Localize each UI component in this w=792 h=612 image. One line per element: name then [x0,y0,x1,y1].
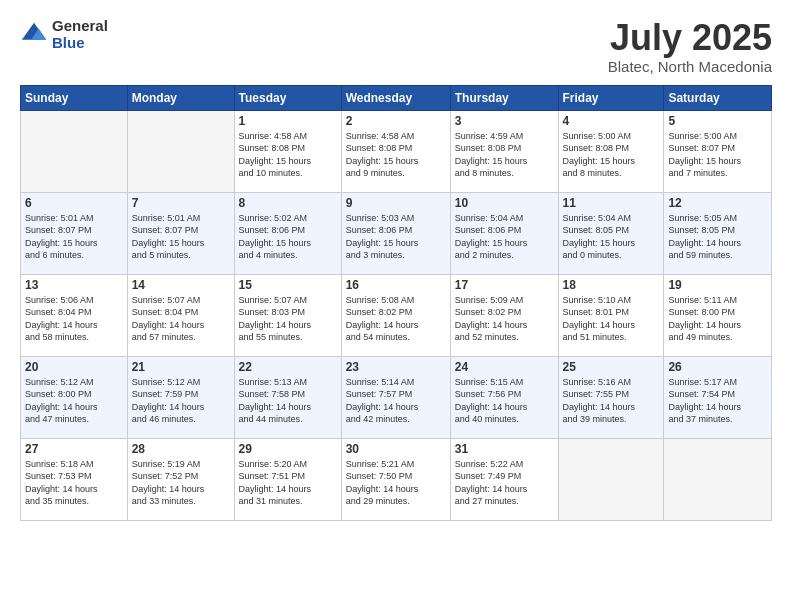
calendar-cell: 11Sunrise: 5:04 AMSunset: 8:05 PMDayligh… [558,192,664,274]
day-info: Sunrise: 5:02 AMSunset: 8:06 PMDaylight:… [239,212,337,262]
week-row-1: 1Sunrise: 4:58 AMSunset: 8:08 PMDaylight… [21,110,772,192]
day-info: Sunrise: 5:15 AMSunset: 7:56 PMDaylight:… [455,376,554,426]
calendar-cell: 14Sunrise: 5:07 AMSunset: 8:04 PMDayligh… [127,274,234,356]
day-number: 18 [563,278,660,292]
header: General Blue July 2025 Blatec, North Mac… [20,18,772,75]
weekday-header-sunday: Sunday [21,85,128,110]
calendar-cell: 7Sunrise: 5:01 AMSunset: 8:07 PMDaylight… [127,192,234,274]
day-info: Sunrise: 5:07 AMSunset: 8:04 PMDaylight:… [132,294,230,344]
day-info: Sunrise: 5:01 AMSunset: 8:07 PMDaylight:… [25,212,123,262]
week-row-3: 13Sunrise: 5:06 AMSunset: 8:04 PMDayligh… [21,274,772,356]
logo-general-text: General [52,18,108,35]
calendar-cell: 19Sunrise: 5:11 AMSunset: 8:00 PMDayligh… [664,274,772,356]
day-number: 3 [455,114,554,128]
day-number: 25 [563,360,660,374]
calendar-cell: 18Sunrise: 5:10 AMSunset: 8:01 PMDayligh… [558,274,664,356]
page: General Blue July 2025 Blatec, North Mac… [0,0,792,612]
calendar-cell [558,438,664,520]
day-info: Sunrise: 4:58 AMSunset: 8:08 PMDaylight:… [346,130,446,180]
logo-blue-text: Blue [52,35,108,52]
day-number: 23 [346,360,446,374]
weekday-header-row: SundayMondayTuesdayWednesdayThursdayFrid… [21,85,772,110]
day-info: Sunrise: 5:09 AMSunset: 8:02 PMDaylight:… [455,294,554,344]
day-number: 16 [346,278,446,292]
day-info: Sunrise: 5:04 AMSunset: 8:06 PMDaylight:… [455,212,554,262]
calendar-cell: 25Sunrise: 5:16 AMSunset: 7:55 PMDayligh… [558,356,664,438]
day-info: Sunrise: 5:11 AMSunset: 8:00 PMDaylight:… [668,294,767,344]
calendar-cell: 29Sunrise: 5:20 AMSunset: 7:51 PMDayligh… [234,438,341,520]
calendar-cell: 4Sunrise: 5:00 AMSunset: 8:08 PMDaylight… [558,110,664,192]
calendar-cell [127,110,234,192]
day-number: 12 [668,196,767,210]
day-info: Sunrise: 5:13 AMSunset: 7:58 PMDaylight:… [239,376,337,426]
day-info: Sunrise: 5:12 AMSunset: 7:59 PMDaylight:… [132,376,230,426]
calendar-cell [21,110,128,192]
calendar-cell: 5Sunrise: 5:00 AMSunset: 8:07 PMDaylight… [664,110,772,192]
day-number: 2 [346,114,446,128]
calendar-cell: 17Sunrise: 5:09 AMSunset: 8:02 PMDayligh… [450,274,558,356]
day-info: Sunrise: 5:01 AMSunset: 8:07 PMDaylight:… [132,212,230,262]
weekday-header-saturday: Saturday [664,85,772,110]
calendar-cell: 31Sunrise: 5:22 AMSunset: 7:49 PMDayligh… [450,438,558,520]
day-number: 21 [132,360,230,374]
calendar-cell: 20Sunrise: 5:12 AMSunset: 8:00 PMDayligh… [21,356,128,438]
calendar-cell: 6Sunrise: 5:01 AMSunset: 8:07 PMDaylight… [21,192,128,274]
logo-text: General Blue [52,18,108,51]
day-info: Sunrise: 5:04 AMSunset: 8:05 PMDaylight:… [563,212,660,262]
week-row-4: 20Sunrise: 5:12 AMSunset: 8:00 PMDayligh… [21,356,772,438]
day-info: Sunrise: 5:22 AMSunset: 7:49 PMDaylight:… [455,458,554,508]
calendar-cell: 12Sunrise: 5:05 AMSunset: 8:05 PMDayligh… [664,192,772,274]
logo-icon [20,21,48,49]
day-number: 1 [239,114,337,128]
day-info: Sunrise: 5:17 AMSunset: 7:54 PMDaylight:… [668,376,767,426]
calendar-cell: 30Sunrise: 5:21 AMSunset: 7:50 PMDayligh… [341,438,450,520]
day-info: Sunrise: 5:16 AMSunset: 7:55 PMDaylight:… [563,376,660,426]
week-row-2: 6Sunrise: 5:01 AMSunset: 8:07 PMDaylight… [21,192,772,274]
day-number: 26 [668,360,767,374]
calendar-cell: 1Sunrise: 4:58 AMSunset: 8:08 PMDaylight… [234,110,341,192]
calendar-cell: 28Sunrise: 5:19 AMSunset: 7:52 PMDayligh… [127,438,234,520]
calendar: SundayMondayTuesdayWednesdayThursdayFrid… [20,85,772,521]
weekday-header-tuesday: Tuesday [234,85,341,110]
day-number: 7 [132,196,230,210]
day-number: 28 [132,442,230,456]
calendar-cell: 21Sunrise: 5:12 AMSunset: 7:59 PMDayligh… [127,356,234,438]
calendar-cell: 9Sunrise: 5:03 AMSunset: 8:06 PMDaylight… [341,192,450,274]
day-number: 15 [239,278,337,292]
logo: General Blue [20,18,108,51]
day-info: Sunrise: 5:00 AMSunset: 8:08 PMDaylight:… [563,130,660,180]
calendar-cell: 8Sunrise: 5:02 AMSunset: 8:06 PMDaylight… [234,192,341,274]
calendar-cell: 15Sunrise: 5:07 AMSunset: 8:03 PMDayligh… [234,274,341,356]
calendar-cell: 2Sunrise: 4:58 AMSunset: 8:08 PMDaylight… [341,110,450,192]
day-info: Sunrise: 5:07 AMSunset: 8:03 PMDaylight:… [239,294,337,344]
location-title: Blatec, North Macedonia [608,58,772,75]
weekday-header-monday: Monday [127,85,234,110]
day-number: 8 [239,196,337,210]
calendar-cell: 23Sunrise: 5:14 AMSunset: 7:57 PMDayligh… [341,356,450,438]
day-info: Sunrise: 5:06 AMSunset: 8:04 PMDaylight:… [25,294,123,344]
day-number: 19 [668,278,767,292]
week-row-5: 27Sunrise: 5:18 AMSunset: 7:53 PMDayligh… [21,438,772,520]
weekday-header-wednesday: Wednesday [341,85,450,110]
day-number: 10 [455,196,554,210]
calendar-cell: 16Sunrise: 5:08 AMSunset: 8:02 PMDayligh… [341,274,450,356]
month-title: July 2025 [608,18,772,58]
day-info: Sunrise: 5:10 AMSunset: 8:01 PMDaylight:… [563,294,660,344]
day-number: 22 [239,360,337,374]
calendar-cell: 24Sunrise: 5:15 AMSunset: 7:56 PMDayligh… [450,356,558,438]
title-block: July 2025 Blatec, North Macedonia [608,18,772,75]
calendar-cell: 13Sunrise: 5:06 AMSunset: 8:04 PMDayligh… [21,274,128,356]
day-info: Sunrise: 5:19 AMSunset: 7:52 PMDaylight:… [132,458,230,508]
day-number: 4 [563,114,660,128]
calendar-cell [664,438,772,520]
day-number: 5 [668,114,767,128]
weekday-header-friday: Friday [558,85,664,110]
day-number: 24 [455,360,554,374]
day-info: Sunrise: 5:08 AMSunset: 8:02 PMDaylight:… [346,294,446,344]
day-number: 11 [563,196,660,210]
day-number: 14 [132,278,230,292]
day-info: Sunrise: 4:58 AMSunset: 8:08 PMDaylight:… [239,130,337,180]
day-info: Sunrise: 5:18 AMSunset: 7:53 PMDaylight:… [25,458,123,508]
day-number: 17 [455,278,554,292]
day-number: 30 [346,442,446,456]
